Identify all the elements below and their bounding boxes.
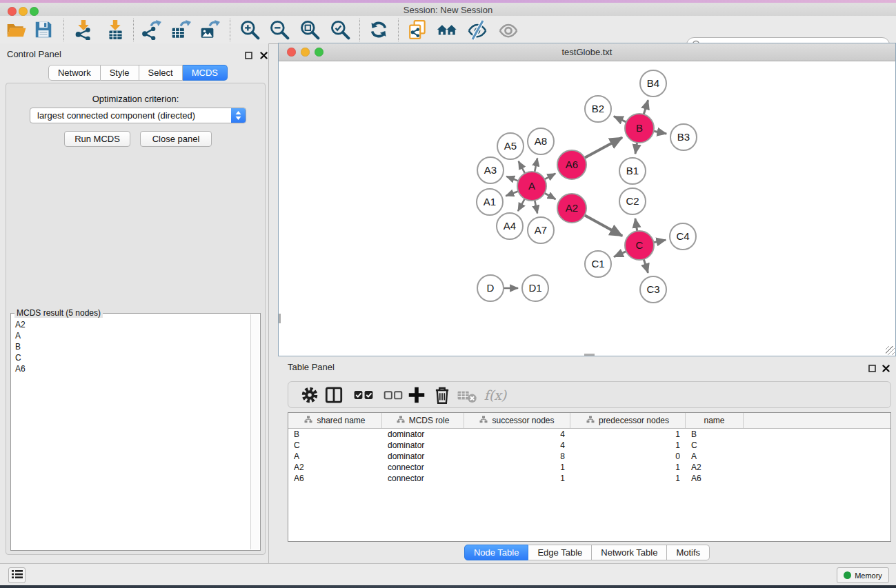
table-cell[interactable]: dominator (382, 451, 464, 462)
table-cell[interactable]: connector (382, 473, 464, 484)
table-cell[interactable]: 1 (464, 473, 570, 484)
table-row[interactable]: A6connector11A6 (288, 473, 890, 484)
vertical-scrollbar-thumb[interactable] (279, 314, 281, 323)
import-network-icon[interactable] (72, 18, 95, 41)
optimization-criterion-dropdown[interactable]: largest connected component (directed) (30, 108, 246, 123)
function-builder-icon[interactable]: f(x) (481, 385, 509, 405)
resize-grip-icon[interactable] (886, 346, 895, 355)
tab-motifs[interactable]: Motifs (667, 545, 710, 560)
graph-node-A4[interactable]: A4 (497, 213, 523, 239)
settings-gear-icon[interactable] (299, 385, 320, 405)
graph-node-C1[interactable]: C1 (585, 251, 611, 277)
graph-node-A8[interactable]: A8 (528, 128, 554, 154)
graph-node-D1[interactable]: D1 (522, 275, 548, 301)
table-cell[interactable]: 8 (464, 451, 570, 462)
table-cell[interactable]: 1 (570, 473, 686, 484)
column-header-predecessor-nodes[interactable]: predecessor nodes (570, 413, 686, 428)
mcds-result-scrollbar[interactable] (250, 314, 259, 549)
graph-node-A7[interactable]: A7 (528, 217, 554, 243)
table-row[interactable]: Adominator80A (288, 451, 890, 462)
table-row[interactable]: Bdominator41B (288, 429, 890, 440)
table-close-panel-icon[interactable] (882, 363, 890, 375)
delete-column-icon[interactable] (432, 385, 452, 405)
graph-node-C3[interactable]: C3 (640, 276, 666, 303)
horizontal-scrollbar-thumb[interactable] (584, 354, 595, 356)
graph-node-A5[interactable]: A5 (497, 133, 524, 159)
save-session-icon[interactable] (32, 18, 55, 41)
table-cell[interactable]: 0 (570, 451, 686, 462)
task-history-button[interactable] (8, 567, 26, 583)
table-cell[interactable]: A6 (686, 473, 744, 484)
zoom-out-icon[interactable] (268, 18, 291, 41)
close-panel-button[interactable]: Close panel (140, 131, 212, 147)
duplicate-network-icon[interactable] (406, 18, 430, 41)
zoom-selected-icon[interactable] (328, 18, 352, 41)
deselect-all-icon[interactable] (383, 385, 404, 405)
table-cell[interactable]: 1 (570, 440, 686, 451)
table-row[interactable]: A2connector11A2 (288, 462, 890, 473)
table-cell[interactable]: A (686, 451, 744, 462)
graph-node-B3[interactable]: B3 (670, 124, 697, 150)
mcds-result-item[interactable]: C (12, 352, 250, 363)
home-icon[interactable] (435, 18, 459, 41)
show-details-icon[interactable] (497, 18, 520, 41)
table-cell[interactable]: 4 (464, 429, 570, 440)
table-cell[interactable]: C (288, 440, 382, 451)
table-row[interactable]: Cdominator41C (288, 440, 890, 451)
mcds-result-item[interactable]: A (12, 330, 250, 341)
mcds-result-item[interactable]: B (12, 341, 250, 352)
table-cell[interactable]: dominator (382, 429, 464, 440)
network-canvas[interactable]: B4B2BB3A5A8A6A3B1AA1C2A2A4A7C4CC1C3DD1 (279, 61, 895, 356)
table-cell[interactable]: 4 (464, 440, 570, 451)
open-session-icon[interactable] (4, 18, 28, 41)
column-header-successor-nodes[interactable]: successor nodes (464, 413, 570, 428)
import-table-icon[interactable] (103, 18, 127, 41)
tab-select[interactable]: Select (139, 65, 183, 81)
graph-node-B4[interactable]: B4 (640, 70, 666, 97)
memory-button[interactable]: Memory (837, 567, 889, 583)
table-cell[interactable]: 1 (464, 462, 570, 473)
graph-node-D[interactable]: D (477, 275, 504, 301)
table-cell[interactable]: A2 (288, 462, 382, 473)
table-float-panel-icon[interactable] (868, 363, 876, 375)
split-panel-icon[interactable] (323, 385, 344, 405)
graph-node-B[interactable]: B (625, 114, 654, 143)
run-mcds-button[interactable]: Run MCDS (64, 131, 130, 147)
export-network-icon[interactable] (139, 18, 163, 41)
graph-node-B1[interactable]: B1 (619, 158, 646, 184)
select-all-icon[interactable] (353, 385, 374, 405)
delete-table-icon[interactable] (457, 385, 477, 405)
network-window-titlebar[interactable]: testGlobe.txt (279, 43, 895, 61)
table-cell[interactable]: B (686, 429, 744, 440)
table-cell[interactable]: dominator (382, 440, 464, 451)
zoom-in-icon[interactable] (238, 18, 261, 41)
column-header-name[interactable]: name (686, 413, 744, 428)
export-image-icon[interactable] (198, 18, 221, 41)
mcds-result-list[interactable]: A2ABCA6 (12, 319, 250, 549)
tab-style[interactable]: Style (101, 65, 139, 81)
graph-node-A[interactable]: A (517, 172, 546, 201)
close-panel-icon[interactable] (260, 50, 268, 62)
zoom-fit-icon[interactable] (298, 18, 321, 41)
column-header-MCDS-role[interactable]: MCDS role (382, 413, 464, 428)
table-cell[interactable]: B (288, 429, 382, 440)
table-cell[interactable]: C (686, 440, 744, 451)
tab-node-table[interactable]: Node Table (464, 545, 529, 560)
table-cell[interactable]: A6 (288, 473, 382, 484)
mcds-result-item[interactable]: A2 (12, 319, 250, 330)
dropdown-stepper-icon[interactable] (231, 108, 246, 123)
add-column-icon[interactable] (406, 385, 427, 405)
refresh-layout-icon[interactable] (367, 18, 390, 41)
graph-node-C[interactable]: C (625, 231, 654, 260)
export-table-icon[interactable] (169, 18, 192, 41)
graph-node-A1[interactable]: A1 (477, 189, 503, 215)
table-cell[interactable]: 1 (570, 462, 686, 473)
tab-network[interactable]: Network (48, 65, 101, 81)
tab-network-table[interactable]: Network Table (592, 545, 667, 560)
mcds-result-item[interactable]: A6 (12, 363, 250, 374)
table-cell[interactable]: connector (382, 462, 464, 473)
graph-node-A2[interactable]: A2 (557, 194, 586, 223)
graph-node-C4[interactable]: C4 (670, 223, 696, 250)
column-header-shared-name[interactable]: shared name (288, 413, 382, 428)
graph-node-C2[interactable]: C2 (619, 188, 646, 214)
